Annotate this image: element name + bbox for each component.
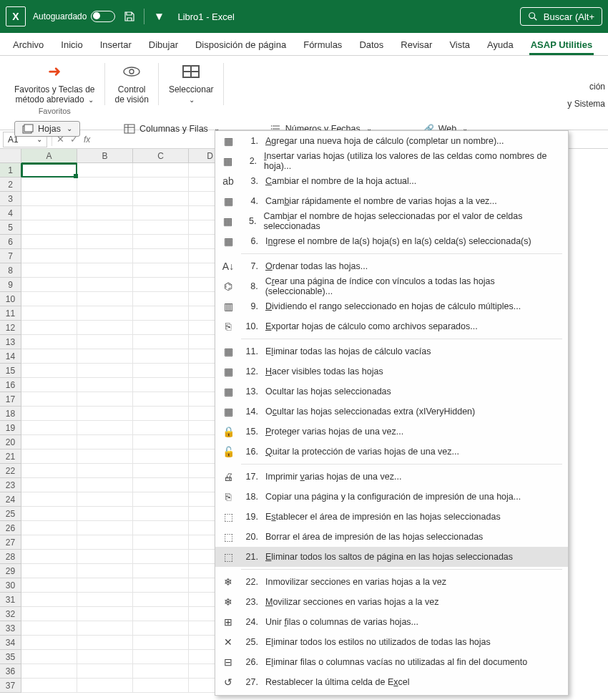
cell[interactable] (133, 278, 189, 292)
cell[interactable] (77, 249, 133, 263)
cell[interactable] (21, 206, 77, 220)
menu-item[interactable]: ▦1.Agregar una nueva hoja de cálculo (co… (215, 131, 568, 151)
cell[interactable] (77, 492, 133, 507)
cell[interactable] (133, 192, 189, 206)
row-header[interactable]: 4 (0, 206, 21, 220)
row-header[interactable]: 26 (0, 521, 21, 535)
cell[interactable] (133, 349, 189, 364)
cell[interactable] (21, 292, 77, 306)
cell[interactable] (133, 163, 189, 178)
cell[interactable] (21, 679, 77, 693)
cell[interactable] (77, 378, 133, 392)
row-header[interactable]: 21 (0, 449, 21, 464)
cell[interactable] (133, 178, 189, 192)
cell[interactable] (133, 478, 189, 492)
row-header[interactable]: 12 (0, 321, 21, 335)
row-header[interactable]: 10 (0, 292, 21, 306)
menu-item[interactable]: ▦2.Insertar varias hojas (utiliza los va… (215, 151, 568, 171)
menu-item[interactable]: ▦5.Cambiar el nombre de hojas selecciona… (215, 211, 568, 231)
menu-item[interactable]: 🔓16.Quitar la protección de varias hojas… (215, 442, 568, 462)
row-header[interactable]: 25 (0, 507, 21, 521)
row-header[interactable]: 14 (0, 349, 21, 364)
cell[interactable] (77, 321, 133, 335)
cell[interactable] (21, 636, 77, 650)
menu-item[interactable]: ▦13.Ocultar las hojas seleccionadas (215, 381, 568, 402)
column-header[interactable]: B (77, 149, 133, 163)
row-header[interactable]: 11 (0, 306, 21, 321)
cell[interactable] (77, 636, 133, 650)
cell[interactable] (21, 507, 77, 521)
tab-revisar[interactable]: Revisar (392, 35, 441, 55)
tab-archivo[interactable]: Archivo (4, 35, 52, 55)
cell[interactable] (77, 621, 133, 636)
menu-item[interactable]: ⬚20.Borrar el área de impresión de las h… (215, 527, 568, 547)
cell[interactable] (77, 607, 133, 621)
cell[interactable] (133, 407, 189, 421)
row-header[interactable]: 36 (0, 664, 21, 679)
menu-item[interactable]: 🔒15.Proteger varias hojas de una vez... (215, 422, 568, 442)
cell[interactable] (77, 535, 133, 550)
row-header[interactable]: 33 (0, 621, 21, 636)
cell[interactable] (21, 178, 77, 192)
cell[interactable] (21, 378, 77, 392)
menu-item[interactable]: ⎘10.Exportar hojas de cálculo como archi… (215, 316, 568, 336)
row-header[interactable]: 35 (0, 650, 21, 664)
cell[interactable] (21, 564, 77, 578)
row-header[interactable]: 19 (0, 421, 21, 435)
columnas-filas-dropdown[interactable]: Columnas y Filas ⌄ (116, 121, 227, 137)
row-header[interactable]: 30 (0, 578, 21, 593)
row-header[interactable]: 8 (0, 263, 21, 278)
tab-dibujar[interactable]: Dibujar (140, 35, 187, 55)
cell[interactable] (77, 507, 133, 521)
menu-item[interactable]: ▦6.Ingrese el nombre de la(s) hoja(s) en… (215, 231, 568, 251)
cell[interactable] (133, 306, 189, 321)
hojas-dropdown[interactable]: Hojas ⌄ (14, 121, 80, 137)
cell[interactable] (77, 464, 133, 478)
cell[interactable] (77, 392, 133, 407)
row-header[interactable]: 2 (0, 178, 21, 192)
cell[interactable] (133, 249, 189, 263)
cell[interactable] (77, 306, 133, 321)
cell[interactable] (21, 392, 77, 407)
save-icon[interactable] (124, 11, 135, 22)
tab-inicio[interactable]: Inicio (52, 35, 91, 55)
cell[interactable] (21, 335, 77, 349)
column-header[interactable]: C (133, 149, 189, 163)
cell[interactable] (21, 492, 77, 507)
cell[interactable] (77, 521, 133, 535)
cell[interactable] (77, 349, 133, 364)
cell[interactable] (21, 607, 77, 621)
cell[interactable] (21, 550, 77, 564)
cell[interactable] (133, 535, 189, 550)
menu-item[interactable]: ⬚19.Establecer el área de impresión en l… (215, 507, 568, 527)
menu-item[interactable]: ⌬8.Crear una página de índice con víncul… (215, 276, 568, 296)
seleccionar-button[interactable]: Seleccionar⌄ (165, 60, 218, 107)
cell[interactable] (133, 421, 189, 435)
cell[interactable] (133, 464, 189, 478)
menu-item[interactable]: A↓7.Ordenar todas las hojas... (215, 256, 568, 276)
cell[interactable] (133, 521, 189, 535)
cell[interactable] (133, 564, 189, 578)
cell[interactable] (21, 464, 77, 478)
cell[interactable] (21, 163, 77, 178)
cell[interactable] (21, 249, 77, 263)
toggle-off-icon[interactable] (91, 11, 115, 22)
row-header[interactable]: 31 (0, 593, 21, 607)
cell[interactable] (77, 593, 133, 607)
cell[interactable] (77, 650, 133, 664)
cell[interactable] (77, 421, 133, 435)
cell[interactable] (77, 263, 133, 278)
cell[interactable] (133, 220, 189, 235)
menu-item[interactable]: ⎘18.Copiar una página y la configuración… (215, 487, 568, 507)
row-header[interactable]: 6 (0, 235, 21, 249)
tab-insertar[interactable]: Insertar (92, 35, 140, 55)
cell[interactable] (77, 278, 133, 292)
menu-item[interactable]: ⊞24.Unir filas o columnas de varias hoja… (215, 612, 568, 632)
row-header[interactable]: 28 (0, 550, 21, 564)
row-header[interactable]: 13 (0, 335, 21, 349)
menu-item[interactable]: ▦14.Ocultar las hojas seleccionadas extr… (215, 402, 568, 422)
cell[interactable] (21, 321, 77, 335)
cell[interactable] (133, 679, 189, 693)
cell[interactable] (21, 578, 77, 593)
cell[interactable] (77, 664, 133, 679)
